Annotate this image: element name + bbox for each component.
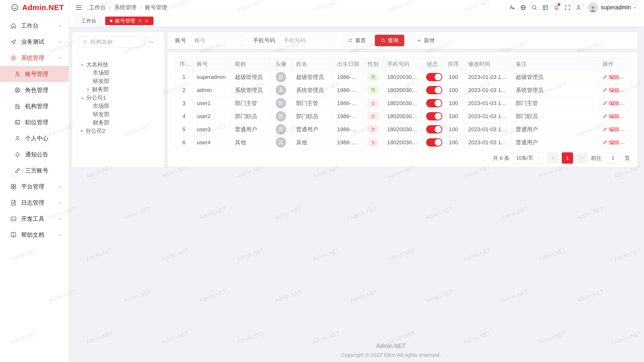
- sidebar-item-dev-tools[interactable]: 开发工具: [0, 211, 69, 227]
- app-logo[interactable]: Admin.NET: [0, 0, 69, 15]
- next-page-button[interactable]: [576, 152, 588, 164]
- tab-account-management[interactable]: 账号管理: [105, 17, 153, 25]
- page-size-select[interactable]: 10条/页: [513, 152, 544, 164]
- cell-birthdate: 1986-06-28: [333, 97, 364, 110]
- caret-down-icon[interactable]: [81, 98, 84, 100]
- tree-node[interactable]: 分公司2: [79, 127, 158, 135]
- account-input[interactable]: [194, 37, 239, 44]
- search-icon[interactable]: [529, 2, 540, 13]
- breadcrumb-item[interactable]: 系统管理: [114, 4, 136, 11]
- sidebar-item-role-management[interactable]: 角色管理: [0, 82, 69, 98]
- breadcrumb-item[interactable]: 工作台: [89, 4, 106, 11]
- chevron-down-icon: [58, 200, 63, 205]
- caret-right-icon[interactable]: [87, 88, 90, 91]
- refresh-icon[interactable]: [138, 19, 142, 23]
- edit-icon: [602, 114, 607, 119]
- status-toggle[interactable]: [426, 73, 442, 81]
- cell-order: 100: [443, 71, 464, 84]
- hamburger-menu-icon[interactable]: [75, 4, 83, 11]
- status-toggle[interactable]: [426, 99, 442, 107]
- tree-node[interactable]: 财务部: [79, 85, 158, 94]
- edit-button[interactable]: 编辑: [602, 113, 619, 120]
- tree-node[interactable]: 市场部: [79, 102, 158, 110]
- caret-right-icon[interactable]: [81, 129, 83, 132]
- sidebar-item-third-party-account[interactable]: 三方账号: [0, 162, 69, 178]
- toggle-knob: [435, 126, 441, 133]
- cell-gender: 男: [364, 71, 383, 84]
- edit-button[interactable]: 编辑: [602, 87, 619, 94]
- tree-more-button[interactable]: [145, 37, 158, 47]
- sidebar-item-personal-center[interactable]: 个人中心: [0, 130, 69, 146]
- edit-button[interactable]: 编辑: [602, 139, 619, 146]
- edit-button[interactable]: 编辑: [602, 100, 619, 107]
- edit-button[interactable]: 编辑: [602, 126, 619, 133]
- current-page-button[interactable]: 1: [562, 152, 573, 164]
- locale-globe-icon[interactable]: [518, 2, 529, 13]
- user-avatar[interactable]: [588, 2, 598, 13]
- tree-node-label: 市场部: [93, 69, 109, 77]
- username[interactable]: superadmin: [601, 4, 631, 11]
- sidebar-item-platform-management[interactable]: 平台管理: [0, 178, 69, 195]
- book-icon: [10, 232, 17, 238]
- goto-label: 前往: [591, 155, 601, 162]
- add-button[interactable]: 新增: [411, 35, 440, 46]
- phone-input[interactable]: [283, 37, 328, 44]
- prev-page-button[interactable]: [547, 152, 558, 164]
- cell-account: admin: [193, 84, 231, 97]
- sidebar-item-org-management[interactable]: 机构管理: [0, 98, 69, 114]
- goto-page-input[interactable]: [605, 152, 621, 164]
- sidebar-item-label: 平台管理: [21, 183, 58, 191]
- table-row: 3 user1 部门主管 部 部门主管 1986-06-28 女 1802003…: [175, 97, 630, 110]
- org-search-input[interactable]: [90, 38, 138, 46]
- tree-node[interactable]: 市场部: [79, 69, 158, 77]
- cell-nickname: 部门主管: [231, 97, 270, 110]
- column-header: 序号: [175, 58, 193, 71]
- notification-bell-icon[interactable]: [551, 2, 562, 13]
- sidebar-item-notice[interactable]: 通知公告: [0, 146, 69, 162]
- edit-button-label: 编辑: [609, 113, 619, 120]
- status-toggle[interactable]: [426, 86, 442, 94]
- close-icon[interactable]: [144, 19, 149, 23]
- sidebar-item-workbench[interactable]: 工作台: [0, 18, 69, 34]
- sidebar-item-system-management[interactable]: 系统管理: [0, 50, 69, 66]
- building-icon: [14, 103, 21, 110]
- sidebar-item-position-management[interactable]: 职位管理: [0, 114, 69, 130]
- cell-remark: 超级管理员: [512, 71, 598, 84]
- font-size-icon[interactable]: [507, 2, 518, 13]
- tree-node[interactable]: 财务部: [79, 118, 158, 127]
- status-toggle[interactable]: [426, 125, 442, 133]
- edit-button-label: 编辑: [609, 126, 619, 133]
- cell-actions: 编辑: [598, 97, 630, 110]
- column-header: 排序: [443, 58, 464, 71]
- cell-name: 超级管理员: [292, 71, 333, 84]
- tab-workbench[interactable]: 工作台: [76, 17, 101, 25]
- toggle-knob: [435, 87, 441, 94]
- cell-gender: 女: [364, 123, 383, 136]
- search-button[interactable]: 查询: [375, 35, 404, 46]
- edit-button[interactable]: 编辑: [602, 74, 619, 81]
- breadcrumb-item[interactable]: 账号管理: [145, 4, 167, 11]
- sidebar-item-account-management[interactable]: 账号管理: [0, 66, 69, 82]
- cell-avatar: 超: [270, 71, 292, 84]
- reset-button[interactable]: 重置: [342, 35, 372, 46]
- layout-settings-icon[interactable]: [540, 2, 551, 13]
- bell-icon: [14, 151, 21, 158]
- cell-status: [422, 136, 443, 149]
- tree-node[interactable]: 分公司1: [79, 94, 158, 102]
- sidebar-item-log-management[interactable]: 日志管理: [0, 195, 69, 211]
- profile-icon[interactable]: [573, 2, 584, 13]
- cell-name: 普通用户: [292, 123, 333, 136]
- sidebar-item-business-test[interactable]: 业务测试: [0, 34, 69, 50]
- status-toggle[interactable]: [426, 112, 442, 120]
- caret-down-icon[interactable]: [81, 64, 84, 66]
- fullscreen-icon[interactable]: [562, 2, 573, 13]
- tree-node[interactable]: 大名科技: [79, 60, 158, 69]
- tree-node[interactable]: 研发部: [79, 110, 158, 118]
- tree-node[interactable]: 研发部: [79, 77, 158, 85]
- chevron-down-icon[interactable]: [632, 5, 637, 10]
- chevron-down-icon: [58, 23, 63, 28]
- sidebar-item-help-docs[interactable]: 帮助文档: [0, 227, 69, 243]
- column-header: 姓名: [292, 58, 333, 71]
- tree-node-label: 研发部: [93, 111, 109, 118]
- status-toggle[interactable]: [426, 138, 442, 147]
